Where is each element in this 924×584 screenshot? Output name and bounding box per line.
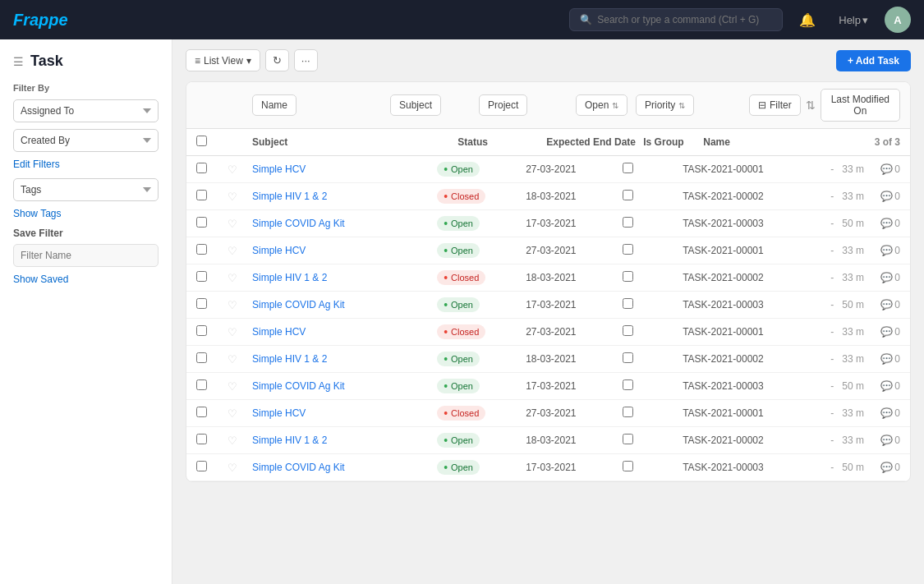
task-time: - 50 m xyxy=(823,299,864,310)
assigned-to-filter[interactable]: Assigned To xyxy=(13,99,159,122)
isgroup-checkbox[interactable] xyxy=(623,163,633,173)
task-subject[interactable]: Simple HCV xyxy=(252,245,430,256)
select-all-checkbox[interactable] xyxy=(196,136,207,146)
table-row[interactable]: ♡ Simple HCV Open 27-03-2021 TASK-2021-0… xyxy=(186,237,910,264)
last-modified-pill[interactable]: Last Modified On xyxy=(821,89,900,122)
priority-filter-pill[interactable]: Priority ⇅ xyxy=(636,94,694,116)
edit-filters-link[interactable]: Edit Filters xyxy=(13,159,159,170)
isgroup-checkbox[interactable] xyxy=(623,298,633,309)
isgroup-checkbox[interactable] xyxy=(623,434,633,444)
favorite-icon[interactable]: ♡ xyxy=(228,326,246,338)
tags-filter[interactable]: Tags xyxy=(13,178,159,201)
isgroup-checkbox[interactable] xyxy=(623,325,633,336)
task-time: - 33 m xyxy=(823,245,864,256)
task-subject[interactable]: Simple HIV 1 & 2 xyxy=(252,191,430,202)
favorite-icon[interactable]: ♡ xyxy=(228,380,246,393)
menu-toggle-icon[interactable]: ☰ xyxy=(13,55,24,68)
favorite-icon[interactable]: ♡ xyxy=(228,163,246,176)
list-view-button[interactable]: ≡ List View ▾ xyxy=(186,49,260,71)
favorite-icon[interactable]: ♡ xyxy=(228,407,246,420)
task-comments: 💬0 xyxy=(871,380,900,392)
user-avatar[interactable]: A xyxy=(885,7,911,33)
row-checkbox[interactable] xyxy=(196,190,207,200)
refresh-button[interactable]: ↻ xyxy=(265,49,289,71)
task-subject[interactable]: Simple COVID Ag Kit xyxy=(252,380,430,392)
table-row[interactable]: ♡ Simple COVID Ag Kit Open 17-03-2021 TA… xyxy=(186,210,910,237)
table-row[interactable]: ♡ Simple HIV 1 & 2 Open 18-03-2021 TASK-… xyxy=(186,427,910,454)
task-subject[interactable]: Simple HCV xyxy=(252,163,430,175)
task-subject[interactable]: Simple HCV xyxy=(252,407,430,419)
favorite-icon[interactable]: ♡ xyxy=(228,353,246,366)
show-saved-link[interactable]: Show Saved xyxy=(13,274,159,285)
table-row[interactable]: ♡ Simple HIV 1 & 2 Open 18-03-2021 TASK-… xyxy=(186,346,910,373)
table-row[interactable]: ♡ Simple COVID Ag Kit Open 17-03-2021 TA… xyxy=(186,373,910,400)
more-options-button[interactable]: ··· xyxy=(294,49,318,71)
notifications-button[interactable]: 🔔 xyxy=(793,9,822,31)
table-row[interactable]: ♡ Simple COVID Ag Kit Open 17-03-2021 TA… xyxy=(186,292,910,319)
isgroup-checkbox[interactable] xyxy=(623,461,633,471)
isgroup-checkbox[interactable] xyxy=(623,190,633,200)
favorite-icon[interactable]: ♡ xyxy=(228,191,246,203)
task-subject[interactable]: Simple HIV 1 & 2 xyxy=(252,353,430,365)
task-subject[interactable]: Simple COVID Ag Kit xyxy=(252,218,430,229)
row-checkbox[interactable] xyxy=(196,244,207,255)
row-checkbox[interactable] xyxy=(196,434,207,444)
table-row[interactable]: ♡ Simple HCV Open 27-03-2021 TASK-2021-0… xyxy=(186,156,910,183)
status-badge-closed: Closed xyxy=(437,189,485,204)
isgroup-checkbox[interactable] xyxy=(623,217,633,228)
filter-name-input[interactable] xyxy=(13,244,159,267)
table-row[interactable]: ♡ Simple HIV 1 & 2 Closed 18-03-2021 TAS… xyxy=(186,183,910,210)
task-time: - 33 m xyxy=(823,191,864,202)
task-subject[interactable]: Simple COVID Ag Kit xyxy=(252,299,430,310)
favorite-icon[interactable]: ♡ xyxy=(228,299,246,311)
isgroup-checkbox[interactable] xyxy=(623,352,633,363)
row-checkbox[interactable] xyxy=(196,325,207,336)
row-checkbox[interactable] xyxy=(196,163,207,173)
row-checkbox[interactable] xyxy=(196,298,207,309)
task-subject[interactable]: Simple HIV 1 & 2 xyxy=(252,272,430,283)
task-comments: 💬0 xyxy=(871,462,900,473)
isgroup-checkbox[interactable] xyxy=(623,379,633,390)
task-subject[interactable]: Simple COVID Ag Kit xyxy=(252,462,430,473)
task-comments: 💬0 xyxy=(871,407,900,419)
favorite-icon[interactable]: ♡ xyxy=(228,272,246,284)
favorite-icon[interactable]: ♡ xyxy=(228,218,246,230)
isgroup-checkbox[interactable] xyxy=(623,244,633,255)
task-time: - 33 m xyxy=(823,407,864,419)
created-by-filter[interactable]: Created By xyxy=(13,129,159,152)
task-subject[interactable]: Simple HCV xyxy=(252,326,430,338)
isgroup-checkbox[interactable] xyxy=(623,271,633,282)
filter-button[interactable]: ⊟ Filter xyxy=(749,94,801,116)
table-row[interactable]: ♡ Simple HCV Closed 27-03-2021 TASK-2021… xyxy=(186,319,910,346)
row-checkbox[interactable] xyxy=(196,217,207,228)
status-badge-closed: Closed xyxy=(437,406,485,421)
col-header-isgroup: Is Group xyxy=(643,136,696,148)
toolbar-filters: ≡ List View ▾ ↻ ··· xyxy=(186,49,830,71)
row-checkbox[interactable] xyxy=(196,352,207,363)
task-subject[interactable]: Simple HIV 1 & 2 xyxy=(252,435,430,446)
isgroup-checkbox[interactable] xyxy=(623,407,633,417)
help-button[interactable]: Help ▾ xyxy=(832,11,875,30)
table-row[interactable]: ♡ Simple COVID Ag Kit Open 17-03-2021 TA… xyxy=(186,454,910,481)
task-name: TASK-2021-00001 xyxy=(683,407,816,419)
row-checkbox[interactable] xyxy=(196,379,207,390)
show-tags-link[interactable]: Show Tags xyxy=(13,208,159,219)
table-row[interactable]: ♡ Simple HCV Closed 27-03-2021 TASK-2021… xyxy=(186,400,910,427)
global-search[interactable]: 🔍 Search or type a command (Ctrl + G) xyxy=(569,8,783,31)
name-filter-pill[interactable]: Name xyxy=(252,94,297,116)
sort-icon[interactable]: ⇅ xyxy=(806,99,816,112)
status-badge-open: Open xyxy=(437,216,480,231)
status-filter-pill[interactable]: Open ⇅ xyxy=(576,94,627,116)
row-checkbox[interactable] xyxy=(196,271,207,282)
favorite-icon[interactable]: ♡ xyxy=(228,462,246,474)
favorite-icon[interactable]: ♡ xyxy=(228,435,246,447)
favorite-icon[interactable]: ♡ xyxy=(228,245,246,257)
row-checkbox[interactable] xyxy=(196,407,207,417)
table-row[interactable]: ♡ Simple HIV 1 & 2 Closed 18-03-2021 TAS… xyxy=(186,264,910,292)
subject-filter-pill[interactable]: Subject xyxy=(390,94,441,116)
add-task-button[interactable]: + Add Task xyxy=(836,50,911,71)
project-filter-pill[interactable]: Project xyxy=(479,94,527,116)
task-table: Name Subject Project Open ⇅ xyxy=(186,81,911,482)
tags-section: Tags Show Tags xyxy=(13,178,159,219)
row-checkbox[interactable] xyxy=(196,461,207,471)
